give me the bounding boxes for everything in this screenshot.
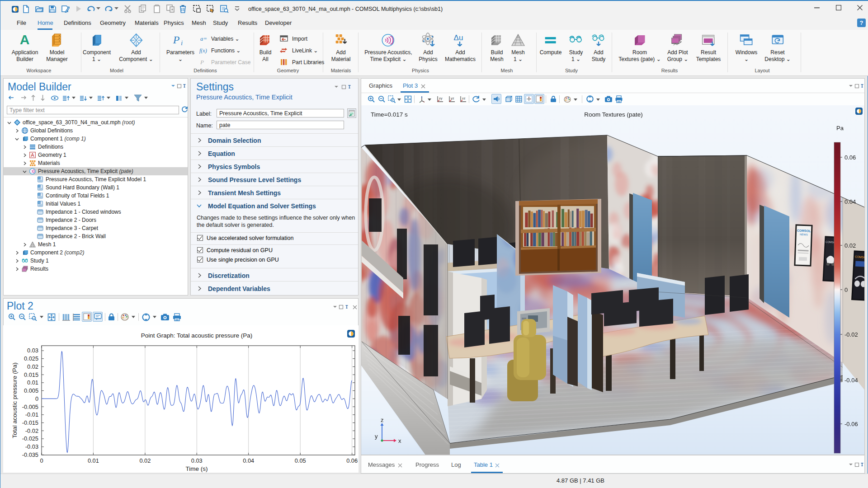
svg-text:-0.015: -0.015: [22, 419, 38, 426]
svg-text:0.03: 0.03: [27, 347, 38, 354]
svg-text:-0.005: -0.005: [22, 404, 38, 410]
svg-text:-0.02: -0.02: [844, 331, 858, 338]
svg-text:Time=0.017 s: Time=0.017 s: [371, 111, 408, 118]
svg-text:z: z: [381, 417, 384, 423]
svg-text:0.015: 0.015: [24, 371, 38, 378]
svg-text:-0.06: -0.06: [844, 421, 858, 427]
svg-text:0.02: 0.02: [27, 363, 38, 370]
svg-text:Δu: Δu: [454, 33, 463, 42]
svg-text:A: A: [31, 152, 34, 158]
svg-text:-0.04: -0.04: [844, 377, 858, 384]
svg-text:yz: yz: [451, 96, 454, 100]
svg-text:D: D: [38, 177, 40, 179]
svg-text:0.02: 0.02: [844, 242, 856, 249]
svg-text:0.01: 0.01: [27, 379, 38, 386]
svg-text:0.02: 0.02: [139, 457, 151, 464]
svg-text:y: y: [375, 433, 378, 440]
svg-text:Total acoustic pressure (Pa): Total acoustic pressure (Pa): [11, 362, 18, 438]
svg-text:0.06: 0.06: [844, 154, 856, 161]
svg-text:f(x): f(x): [199, 47, 207, 54]
svg-text:NEWS: NEWS: [800, 233, 808, 236]
svg-text:xz: xz: [462, 96, 466, 100]
svg-text:D: D: [38, 193, 40, 196]
svg-text:Time (s): Time (s): [186, 465, 208, 472]
svg-text:0: 0: [844, 286, 848, 293]
svg-text:D: D: [38, 201, 40, 204]
svg-text:A: A: [20, 33, 30, 47]
svg-text:0.06: 0.06: [346, 457, 358, 464]
svg-text:P: P: [200, 59, 204, 66]
svg-text:0: 0: [35, 395, 38, 402]
svg-text:0.025: 0.025: [24, 355, 38, 362]
svg-text:x: x: [398, 437, 401, 444]
svg-text:a=: a=: [200, 35, 207, 42]
svg-text:Room Textures (pate): Room Textures (pate): [584, 111, 643, 118]
svg-text:0: 0: [40, 457, 43, 464]
svg-text:0.04: 0.04: [243, 457, 254, 464]
svg-text:-0.035: -0.035: [22, 451, 38, 458]
svg-text:xy: xy: [439, 96, 443, 100]
svg-text:D: D: [38, 185, 40, 188]
svg-text:i: i: [181, 39, 183, 47]
svg-text:-0.01: -0.01: [25, 411, 38, 418]
svg-text:0.01: 0.01: [88, 457, 99, 464]
svg-text:-0.02: -0.02: [25, 427, 38, 434]
svg-text:-0.03: -0.03: [25, 443, 38, 450]
svg-text:Point Graph: Total acoustic pr: Point Graph: Total acoustic pressure (Pa…: [141, 332, 253, 339]
svg-text:0.05: 0.05: [295, 457, 306, 464]
svg-text:-0.025: -0.025: [22, 435, 38, 442]
svg-text:P: P: [173, 34, 180, 46]
svg-text:0.03: 0.03: [191, 457, 203, 464]
svg-text:0.04: 0.04: [844, 198, 856, 205]
svg-text:COMSOL: COMSOL: [797, 229, 811, 232]
svg-text:Pa: Pa: [836, 125, 844, 131]
svg-text:0.005: 0.005: [24, 387, 38, 394]
